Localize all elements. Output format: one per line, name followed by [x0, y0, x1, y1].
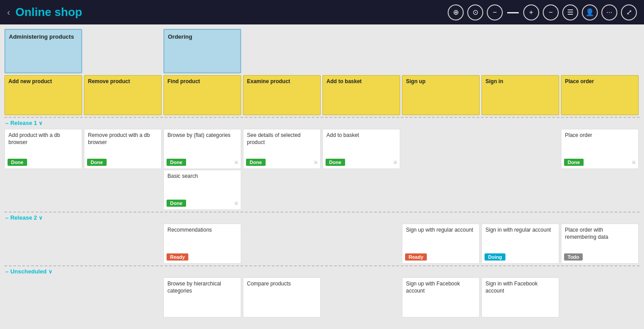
- task-add-product-db[interactable]: Add product with a db browser Done: [4, 129, 82, 169]
- card-menu-icon[interactable]: ≡: [394, 159, 397, 166]
- epic-ordering[interactable]: Ordering: [163, 29, 241, 73]
- task-see-details[interactable]: See details of selected product Done ≡: [243, 129, 321, 169]
- badge-ready: Ready: [167, 253, 188, 261]
- task-signin-facebook[interactable]: Sign in with Facebook account: [481, 277, 559, 317]
- minus-icon[interactable]: −: [543, 4, 559, 20]
- epic-empty-3: [322, 29, 400, 73]
- zoom-out-icon[interactable]: −: [487, 4, 503, 20]
- app-header: ‹ Online shop ⊕ ⊙ − — + − ☰ 👤 ··· ⤢: [0, 0, 644, 24]
- task-place-order[interactable]: Place order Done ≡: [561, 129, 639, 169]
- task-place-order-remember[interactable]: Place order with remembering data Todo: [561, 224, 639, 264]
- zoom-in-icon[interactable]: +: [523, 4, 539, 20]
- extra-empty-7: [561, 170, 639, 210]
- story-place-order[interactable]: Place order: [561, 75, 639, 115]
- badge-todo: Todo: [564, 253, 583, 261]
- task-add-to-basket[interactable]: Add to basket Done ≡: [322, 129, 400, 169]
- task-signup-regular[interactable]: Sign up with regular account Ready: [402, 224, 480, 264]
- story-add-new-product[interactable]: Add new product: [4, 75, 82, 115]
- card-menu-icon[interactable]: ≡: [632, 159, 636, 166]
- badge-doing: Doing: [485, 253, 505, 261]
- task-browse-hierarchical[interactable]: Browse by hierarchical categories: [163, 277, 241, 317]
- story-sign-in[interactable]: Sign in: [481, 75, 559, 115]
- task-recommendations[interactable]: Recommendations Ready: [163, 224, 241, 264]
- release2-row: Recommendations Ready Sign up with regul…: [4, 224, 640, 264]
- story-headers-row: Add new product Remove product Find prod…: [4, 75, 640, 115]
- story-find-product[interactable]: Find product: [163, 75, 241, 115]
- epic-administering-products[interactable]: Administering products: [4, 29, 82, 73]
- fullscreen-icon[interactable]: ⤢: [621, 4, 637, 20]
- badge-ready: Ready: [405, 253, 427, 261]
- task-browse-flat[interactable]: Browse by (flat) categories Done ≡: [163, 129, 241, 169]
- epic-empty-6: [561, 29, 639, 73]
- board: Administering products Ordering Add new …: [0, 24, 644, 329]
- us-empty-1: [84, 277, 162, 317]
- zoom-fit-icon[interactable]: ⊙: [467, 4, 483, 20]
- app-title: Online shop: [16, 5, 442, 19]
- extra-empty-5: [402, 170, 480, 210]
- release1-header[interactable]: – Release 1 ∨: [4, 117, 640, 128]
- unscheduled-row: Browse by hierarchical categories Compar…: [4, 277, 640, 317]
- badge-done: Done: [87, 159, 107, 166]
- list-icon[interactable]: ☰: [562, 4, 578, 20]
- back-button[interactable]: ‹: [7, 7, 10, 17]
- extra-empty-4: [322, 170, 400, 210]
- epic-empty-5: [481, 29, 559, 73]
- release1-main-row: Add product with a db browser Done Remov…: [4, 129, 640, 169]
- card-menu-icon[interactable]: ≡: [314, 159, 318, 166]
- r2-empty-4: [322, 224, 400, 264]
- toolbar-icons: ⊕ ⊙ − — + − ☰ 👤 ··· ⤢: [448, 4, 637, 20]
- task-compare-products[interactable]: Compare products: [243, 277, 321, 317]
- more-icon[interactable]: ···: [601, 4, 617, 20]
- task-signup-facebook[interactable]: Sign up with Facebook account: [402, 277, 480, 317]
- badge-done: Done: [246, 159, 266, 166]
- r2-empty-0: [4, 224, 82, 264]
- story-remove-product[interactable]: Remove product: [84, 75, 162, 115]
- story-sign-up[interactable]: Sign up: [402, 75, 480, 115]
- badge-done: Done: [8, 159, 27, 166]
- epic-empty-4: [402, 29, 480, 73]
- release1-extra-row: Basic search Done ≡: [4, 170, 640, 210]
- user-icon[interactable]: 👤: [582, 4, 598, 20]
- r2-empty-3: [243, 224, 321, 264]
- task-signin-regular[interactable]: Sign in with regular account Doing: [481, 224, 559, 264]
- extra-empty-1: [84, 170, 162, 210]
- epic-headers-row: Administering products Ordering: [4, 29, 640, 73]
- extra-empty-0: [4, 170, 82, 210]
- story-examine-product[interactable]: Examine product: [243, 75, 321, 115]
- badge-done: Done: [167, 159, 186, 166]
- epic-empty-2: [243, 29, 321, 73]
- zoom-separator: —: [506, 4, 520, 20]
- task-empty-signup: [402, 129, 480, 169]
- epic-empty-1: [84, 29, 162, 73]
- us-empty-4: [322, 277, 400, 317]
- badge-done: Done: [167, 200, 186, 207]
- us-empty-0: [4, 277, 82, 317]
- task-empty-signin: [481, 129, 559, 169]
- badge-done: Done: [564, 159, 584, 166]
- card-menu-icon[interactable]: ≡: [235, 200, 238, 207]
- release2-header[interactable]: – Release 2 ∨: [4, 212, 640, 223]
- fit-icon[interactable]: ⊕: [448, 4, 464, 20]
- us-empty-7: [561, 277, 639, 317]
- extra-empty-6: [481, 170, 559, 210]
- unscheduled-header[interactable]: – Unscheduled ∨: [4, 265, 640, 277]
- task-remove-product-db[interactable]: Remove product with a db browser Done: [84, 129, 162, 169]
- task-basic-search[interactable]: Basic search Done ≡: [163, 170, 241, 210]
- story-add-to-basket[interactable]: Add to basket: [322, 75, 400, 115]
- extra-empty-3: [243, 170, 321, 210]
- card-menu-icon[interactable]: ≡: [235, 159, 238, 166]
- badge-done: Done: [326, 159, 345, 166]
- r2-empty-1: [84, 224, 162, 264]
